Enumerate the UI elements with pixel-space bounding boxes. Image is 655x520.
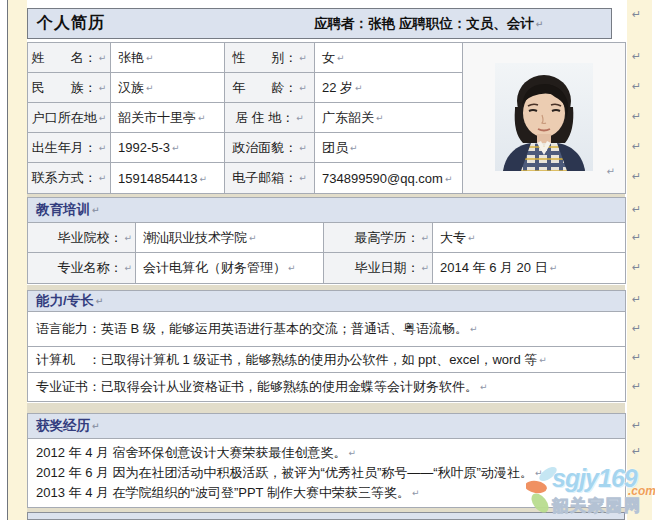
return-mark-icon: ↵ [421,263,429,273]
left-page-margin [8,0,27,520]
field-label-major: 专业名称：↵ [28,253,136,284]
return-mark-icon: ↵ [124,263,132,273]
return-mark-icon: ↵ [632,231,641,244]
field-value-major[interactable]: 会计电算化（财务管理）↵ [136,253,324,284]
field-value-graduation[interactable]: 2014 年 6 月 20 日↵ [433,253,626,284]
return-mark-icon: ↵ [470,324,478,334]
field-label-birthdate: 出生年月：↵ [28,133,111,163]
return-mark-icon: ↵ [632,203,641,216]
field-label-name: 姓 名：↵ [28,43,111,73]
section-header-awards: 获奖经历↵ [28,414,626,439]
field-value-political[interactable]: 团员↵ [315,133,463,163]
award-item[interactable]: 2012 年 6 月 因为在社团活动中积极活跃，被评为“优秀社员”称号——“秋叶… [36,463,617,483]
field-value-name[interactable]: 张艳↵ [111,43,225,73]
section-title: 教育培训 [36,202,90,217]
table-row: 毕业院校：↵ 潮汕职业技术学院↵ 最高学历：↵ 大专↵ [28,223,626,253]
field-value-residence[interactable]: 广东韶关↵ [315,103,463,133]
applicant-info-text: 应聘者：张艳 应聘职位：文员、会计 [314,16,534,31]
section-title: 能力/专长 [36,293,94,308]
return-mark-icon: ↵ [535,468,543,478]
return-mark-icon: ↵ [445,174,453,184]
return-mark-icon: ↵ [632,50,641,63]
skill-certificate[interactable]: 专业证书：已取得会计从业资格证书，能够熟练的使用金蝶等会计财务软件。↵ [28,373,626,402]
education-table: 教育培训↵ 毕业院校：↵ 潮汕职业技术学院↵ 最高学历：↵ 大专↵ 专业名称：↵… [27,197,626,284]
photo-cell: ↵ [463,43,626,194]
table-gap [27,403,625,413]
return-mark-icon: ↵ [468,233,476,243]
return-mark-icon: ↵ [632,140,641,153]
return-mark-icon: ↵ [337,53,345,63]
return-mark-icon: ↵ [99,143,107,153]
section-title: 获奖经历 [36,418,90,433]
applicant-info: 应聘者：张艳 应聘职位：文员、会计↵ [314,15,543,33]
return-mark-icon: ↵ [632,110,641,123]
resume-title-bar: 个人简历 应聘者：张艳 应聘职位：文员、会计↵ [27,8,612,39]
award-item[interactable]: 2012 年 4 月 宿舍环保创意设计大赛荣获最佳创意奖。↵ [36,443,617,463]
table-row: 计算机 ：已取得计算机 1 级证书，能够熟练的使用办公软件，如 ppt、exce… [28,347,626,373]
field-value-phone[interactable]: 15914854413↵ [111,163,225,194]
return-mark-icon: ↵ [92,205,100,215]
field-label-ethnicity: 民 族：↵ [28,73,111,103]
return-mark-icon: ↵ [421,233,429,243]
return-mark-icon: ↵ [632,261,641,274]
table-row: 专业名称：↵ 会计电算化（财务管理）↵ 毕业日期：↵ 2014 年 6 月 20… [28,253,626,284]
return-mark-icon: ↵ [124,233,132,243]
field-label-age: 年 龄：↵ [225,73,315,103]
return-mark-icon: ↵ [299,83,307,93]
return-mark-icon: ↵ [99,113,107,123]
return-mark-icon: ↵ [92,421,100,431]
return-mark-icon: ↵ [632,445,641,458]
return-mark-icon: ↵ [96,296,104,306]
return-mark-icon: ↵ [146,53,154,63]
table-row: 语言能力：英语 B 级，能够运用英语进行基本的交流；普通话、粤语流畅。↵ [28,312,626,347]
skills-table: 能力/专长↵ 语言能力：英语 B 级，能够运用英语进行基本的交流；普通话、粤语流… [27,290,626,402]
return-mark-icon: ↵ [299,53,307,63]
return-mark-icon: ↵ [376,113,384,123]
return-mark-icon: ↵ [632,419,641,432]
next-section-sliver [27,512,625,520]
section-header-education: 教育培训↵ [28,198,626,223]
table-row: 姓 名：↵ 张艳↵ 性 别：↵ 女↵ [28,43,626,73]
award-item[interactable]: 2013 年 4 月 在学院组织的“波司登”PPT 制作大赛中荣获三等奖。↵ [36,483,617,503]
return-mark-icon: ↵ [550,263,558,273]
return-mark-icon: ↵ [632,322,641,335]
skill-language[interactable]: 语言能力：英语 B 级，能够运用英语进行基本的交流；普通话、粤语流畅。↵ [28,312,626,347]
return-mark-icon: ↵ [172,143,180,153]
return-mark-icon: ↵ [99,83,107,93]
field-value-gender[interactable]: 女↵ [315,43,463,73]
return-mark-icon: ↵ [632,380,641,393]
return-mark-icon: ↵ [299,173,307,183]
field-value-email[interactable]: 734899590@qq.com↵ [315,163,463,194]
field-label-household: 户口所在地↵ [28,103,111,133]
return-mark-icon: ↵ [99,173,107,183]
field-value-degree[interactable]: 大专↵ [433,223,626,253]
return-mark-icon: ↵ [198,113,206,123]
field-value-birthdate[interactable]: 1992-5-3↵ [111,133,225,163]
return-mark-icon: ↵ [299,143,307,153]
personal-info-table: 姓 名：↵ 张艳↵ 性 别：↵ 女↵ [27,42,626,194]
return-mark-icon: ↵ [249,233,257,243]
return-mark-icon: ↵ [539,355,547,365]
skill-computer[interactable]: 计算机 ：已取得计算机 1 级证书，能够熟练的使用办公软件，如 ppt、exce… [28,347,626,373]
field-value-ethnicity[interactable]: 汉族↵ [111,73,225,103]
return-mark-icon: ↵ [632,80,641,93]
field-label-degree: 最高学历：↵ [324,223,433,253]
field-value-age[interactable]: 22 岁↵ [315,73,463,103]
field-value-household[interactable]: 韶关市十里亭↵ [111,103,225,133]
return-mark-icon: ↵ [632,351,641,364]
applicant-photo [495,63,593,171]
resume-document: 个人简历 应聘者：张艳 应聘职位：文员、会计↵ 姓 名：↵ 张艳↵ 性 别：↵ … [0,0,655,520]
table-row: 2012 年 4 月 宿舍环保创意设计大赛荣获最佳创意奖。↵ 2012 年 6 … [28,439,626,508]
return-mark-icon: ↵ [412,488,420,498]
field-value-school[interactable]: 潮汕职业技术学院↵ [136,223,324,253]
awards-content[interactable]: 2012 年 4 月 宿舍环保创意设计大赛荣获最佳创意奖。↵ 2012 年 6 … [28,439,626,508]
page-title: 个人简历 [28,13,105,34]
awards-table: 获奖经历↵ 2012 年 4 月 宿舍环保创意设计大赛荣获最佳创意奖。↵ 201… [27,413,626,508]
return-mark-icon: ↵ [536,19,544,29]
return-mark-icon: ↵ [632,293,641,306]
return-mark-icon: ↵ [146,83,154,93]
return-mark-icon: ↵ [632,170,641,183]
field-label-graduation: 毕业日期：↵ [324,253,433,284]
return-mark-icon: ↵ [200,174,208,184]
field-label-gender: 性 别：↵ [225,43,315,73]
